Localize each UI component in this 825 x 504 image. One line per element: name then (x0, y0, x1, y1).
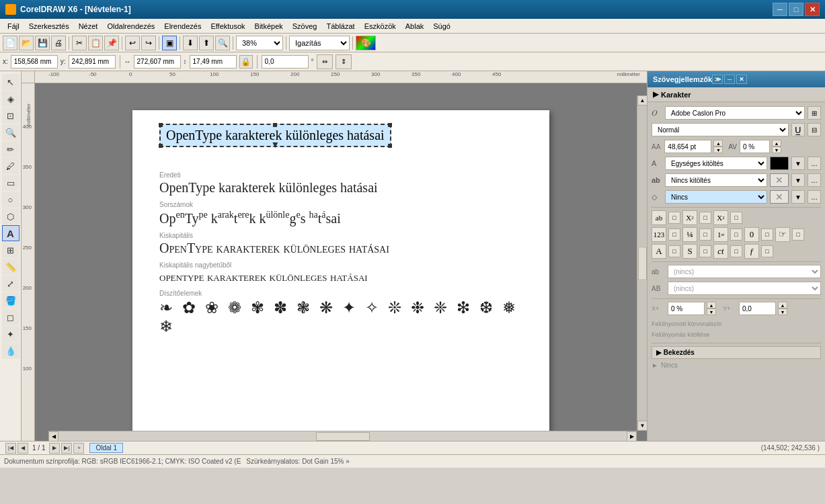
fill-color-box[interactable] (770, 157, 789, 170)
scroll-up-btn[interactable]: ▲ (637, 95, 647, 106)
glyph-checkbox7[interactable]: □ (761, 228, 773, 241)
zoom-tool[interactable]: 🔍 (2, 124, 19, 140)
rect-tool[interactable]: ▭ (2, 175, 19, 191)
glyph-checkbox4[interactable]: □ (668, 228, 680, 241)
copy-button[interactable]: 📋 (88, 36, 103, 50)
last-page-btn[interactable]: ▶| (61, 443, 72, 454)
zoom-dropdown-btn[interactable]: 🔍 (215, 36, 230, 50)
select-button[interactable]: ▣ (162, 36, 177, 50)
open-button[interactable]: 📂 (19, 36, 34, 50)
table-tool[interactable]: ⊞ (2, 242, 19, 258)
measure-tool[interactable]: 📏 (2, 259, 19, 275)
tracking-input[interactable] (740, 140, 770, 153)
print-button[interactable]: 🖨 (51, 36, 66, 50)
import-button[interactable]: ⬇ (183, 36, 198, 50)
font-name-dropdown[interactable]: Adobe Caslon Pro (665, 106, 805, 120)
outline-type-dropdown[interactable]: Nincs kitöltés (665, 173, 767, 187)
glyph-checkbox2[interactable]: □ (699, 212, 711, 224)
handle-tl[interactable] (159, 123, 163, 127)
tracking-up[interactable]: ▲ (772, 140, 781, 146)
save-button[interactable]: 💾 (35, 36, 50, 50)
smart-draw-tool[interactable]: 🖊 (2, 158, 19, 174)
handle-bl[interactable] (159, 144, 163, 148)
char-more-btn[interactable]: … (808, 190, 821, 204)
glyph-checkbox3[interactable]: □ (730, 212, 742, 224)
handle-tr[interactable] (388, 123, 392, 127)
glyph-zero[interactable]: 0 (744, 227, 759, 242)
node-tool[interactable]: ◈ (2, 91, 19, 107)
glyph-frac[interactable]: ¼ (682, 227, 697, 242)
x-pos-up[interactable]: ▲ (707, 302, 716, 308)
glyph-xsub[interactable]: X2 (713, 210, 728, 225)
x-pos-input[interactable] (668, 302, 705, 315)
crop-tool[interactable]: ⊡ (2, 108, 19, 124)
fill-dropdown-btn[interactable]: ▼ (791, 157, 805, 170)
glyph-checkbox5[interactable]: □ (699, 228, 711, 241)
h-input[interactable] (190, 55, 237, 69)
menu-szöveg[interactable]: Szöveg (288, 21, 322, 32)
y-pos-up[interactable]: ▲ (778, 302, 787, 308)
panel-minimize-btn[interactable]: ─ (724, 75, 735, 84)
color-eyedropper-tool[interactable]: 💧 (2, 343, 19, 359)
glyph-checkbox9[interactable]: □ (668, 245, 680, 257)
prev-page-btn[interactable]: ◀ (17, 443, 28, 454)
select-tool[interactable]: ↖ (2, 74, 19, 90)
y-pos-input[interactable] (739, 302, 776, 315)
glyph-checkbox1[interactable]: □ (668, 212, 680, 224)
cut-button[interactable]: ✂ (72, 36, 87, 50)
outline-more-btn[interactable]: … (808, 173, 821, 187)
glyph-A[interactable]: A (652, 244, 666, 259)
glyph-checkbox6[interactable]: □ (730, 228, 742, 241)
menu-effektusok[interactable]: Effektusok (206, 21, 249, 32)
text-tool[interactable]: A (2, 225, 19, 241)
menu-szerkesztes[interactable]: Szerkesztés (24, 21, 74, 32)
new-button[interactable]: 📄 (3, 36, 17, 50)
scroll-left-btn[interactable]: ◀ (48, 431, 58, 442)
menu-ablak[interactable]: Ablak (401, 21, 429, 32)
glyph-checkbox8[interactable]: □ (792, 228, 804, 241)
scroll-down-btn[interactable]: ▼ (637, 421, 647, 431)
outline-tool[interactable]: ◻ (2, 309, 19, 325)
glyph-sub[interactable]: ab (652, 210, 666, 225)
handle-br[interactable] (388, 144, 392, 148)
glyph-xsup[interactable]: X2 (682, 210, 697, 225)
close-button[interactable]: ✕ (805, 3, 820, 16)
undo-button[interactable]: ↩ (125, 36, 140, 50)
menu-bitképek[interactable]: Bitképek (250, 21, 288, 32)
fill-type-dropdown[interactable]: Egységes kitöltés (665, 157, 767, 170)
add-page-btn[interactable]: + (73, 443, 84, 454)
menu-súgó[interactable]: Súgó (428, 21, 455, 32)
color-btn[interactable]: 🎨 (356, 36, 376, 50)
export-button[interactable]: ⬆ (199, 36, 214, 50)
redo-button[interactable]: ↪ (141, 36, 156, 50)
zoom-input[interactable]: 38% (236, 36, 283, 50)
ellipse-tool[interactable]: ○ (2, 192, 19, 208)
glyph-checkbox10[interactable]: □ (699, 245, 711, 257)
glyph-f[interactable]: ƒ (744, 244, 759, 259)
char-type-dropdown[interactable]: Nincs (665, 190, 767, 204)
underline-btn[interactable]: U̲ (791, 123, 805, 136)
scroll-right-btn[interactable]: ▶ (627, 431, 637, 442)
glyph-sty[interactable]: ☞ (775, 227, 790, 242)
char-dropdown-btn[interactable]: ▼ (791, 190, 805, 204)
glyph-ord[interactable]: 1st (713, 227, 728, 242)
poly-tool[interactable]: ⬡ (2, 208, 19, 224)
tracking-down[interactable]: ▼ (772, 146, 781, 153)
maximize-button[interactable]: □ (789, 3, 803, 16)
font-browse-btn[interactable]: ⊞ (808, 106, 821, 120)
glyph-checkbox12[interactable]: □ (761, 245, 773, 257)
page-tab[interactable]: Oldal 1 (89, 443, 123, 453)
y-pos-down[interactable]: ▼ (778, 308, 787, 315)
ab2-dropdown[interactable]: (nincs) (668, 282, 821, 295)
panel-expand-btn[interactable]: ≫ (712, 75, 723, 84)
bekezdés-header[interactable]: ▶ Bekezdés (652, 346, 821, 359)
style-extra-btn[interactable]: ⊟ (808, 123, 821, 136)
font-style-dropdown[interactable]: Normál (652, 123, 789, 136)
glyph-S[interactable]: S (682, 244, 697, 259)
font-size-input[interactable] (664, 140, 711, 153)
fill-more-btn[interactable]: … (808, 157, 821, 170)
next-page-btn[interactable]: ▶ (49, 443, 60, 454)
handle-bc[interactable] (272, 142, 278, 148)
panel-close-btn[interactable]: ✕ (736, 75, 747, 84)
canvas-content[interactable]: OpenType karakterek különleges hatásai E… (35, 83, 647, 441)
